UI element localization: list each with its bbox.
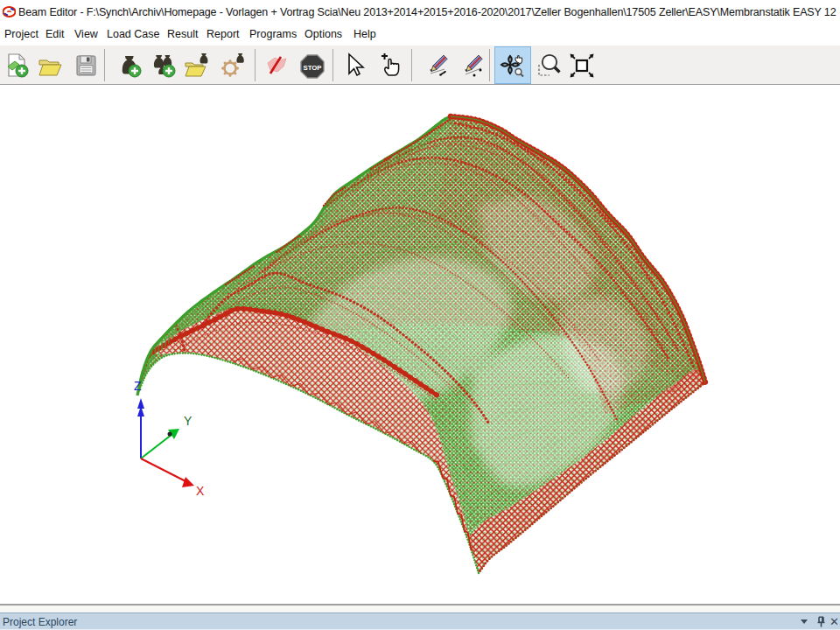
svg-text:X: X (196, 484, 205, 498)
svg-text:Z: Z (134, 379, 142, 393)
svg-text:Y: Y (184, 414, 192, 428)
svg-text:STOP: STOP (303, 64, 321, 72)
